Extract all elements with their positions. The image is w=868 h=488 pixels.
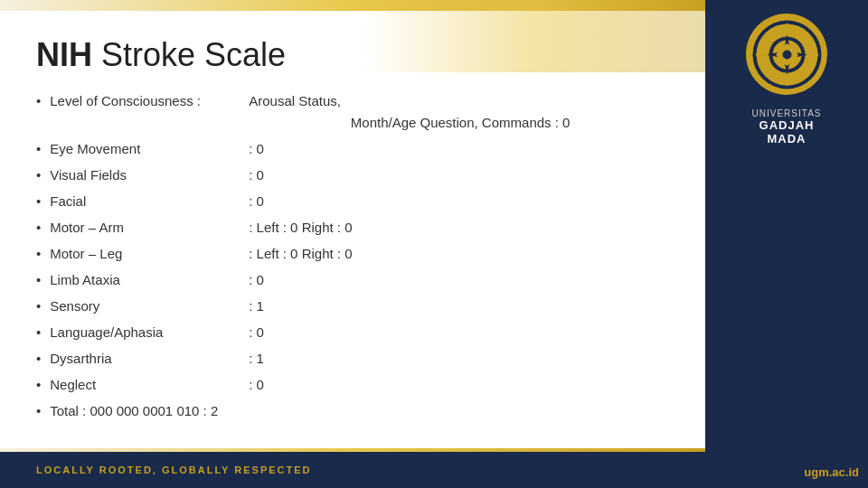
item-value: Arousal Status, Month/Age Question, Comm…: [249, 90, 570, 134]
item-label: Language/Aphasia: [50, 322, 249, 343]
ugm-gadjah-label: GADJAH: [752, 118, 822, 132]
item-label: Limb Ataxia: [50, 269, 249, 291]
total-label: Total : 000 000 0001 010 : 2: [50, 400, 218, 422]
main-content: NIH Stroke Scale Level of Consciousness …: [0, 0, 705, 452]
right-panel: UNIVERSITAS GADJAH MADA ugm.ac.id: [705, 0, 868, 488]
item-value: : Left : 0 Right : 0: [249, 243, 352, 265]
list-item-total: Total : 000 000 0001 010 : 2: [36, 400, 669, 422]
title-regular: Stroke Scale: [92, 36, 286, 73]
item-value: : 0: [249, 191, 264, 212]
item-value: : 0: [249, 374, 264, 396]
item-value: : 0: [249, 322, 264, 343]
item-label: Motor – Arm: [50, 217, 249, 239]
item-value: : Left : 0 Right : 0: [249, 217, 352, 239]
bottom-bar: LOCALLY ROOTED, GLOBALLY RESPECTED: [0, 452, 705, 488]
bottom-bar-text: LOCALLY ROOTED, GLOBALLY RESPECTED: [36, 465, 312, 475]
ugm-logo: [746, 14, 827, 95]
svg-point-10: [785, 23, 788, 27]
list-item: Dysarthria : 1: [36, 348, 669, 370]
ugm-universitas-label: UNIVERSITAS: [752, 108, 822, 118]
item-value: : 0: [249, 138, 264, 160]
list-item: Sensory : 1: [36, 296, 669, 317]
item-value: : 1: [249, 296, 264, 317]
item-label: Dysarthria: [50, 348, 249, 370]
stroke-scale-list: Level of Consciousness : Arousal Status,…: [36, 90, 669, 422]
item-value: : 0: [249, 164, 264, 186]
item-label: Visual Fields: [50, 164, 249, 186]
list-item: Limb Ataxia : 0: [36, 269, 669, 291]
ugm-mada-label: MADA: [752, 132, 822, 145]
list-item: Level of Consciousness : Arousal Status,…: [36, 90, 669, 134]
ugm-text-block: UNIVERSITAS GADJAH MADA: [752, 108, 822, 145]
list-item: Visual Fields : 0: [36, 164, 669, 186]
svg-point-12: [756, 52, 760, 56]
item-value: : 1: [249, 348, 264, 370]
item-label: Eye Movement: [50, 138, 249, 160]
svg-point-11: [785, 82, 788, 86]
title-bold: NIH: [36, 36, 92, 73]
svg-point-13: [815, 52, 818, 56]
svg-point-9: [782, 50, 791, 59]
item-label: Level of Consciousness :: [50, 90, 249, 112]
item-label: Sensory: [50, 296, 249, 317]
list-item: Facial : 0: [36, 191, 669, 212]
item-value: : 0: [249, 269, 264, 291]
item-label: Facial: [50, 191, 249, 212]
list-item: Eye Movement : 0: [36, 138, 669, 160]
list-item: Language/Aphasia : 0: [36, 322, 669, 343]
list-item: Motor – Arm : Left : 0 Right : 0: [36, 217, 669, 239]
item-label: Neglect: [50, 374, 249, 396]
ugm-url: ugm.ac.id: [804, 465, 859, 479]
item-label: Motor – Leg: [50, 243, 249, 265]
list-item: Motor – Leg : Left : 0 Right : 0: [36, 243, 669, 265]
page-title: NIH Stroke Scale: [36, 36, 669, 74]
list-item: Neglect : 0: [36, 374, 669, 396]
